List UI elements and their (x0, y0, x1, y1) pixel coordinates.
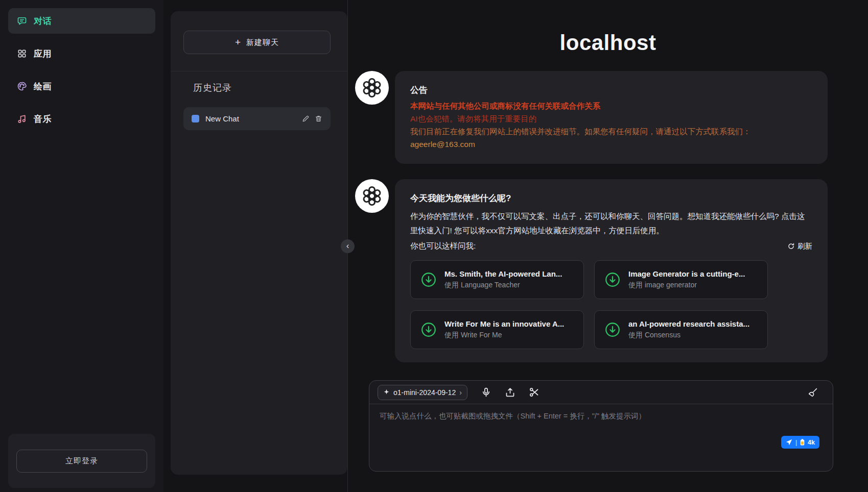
sparkle-icon (383, 389, 390, 396)
suggestion-subtitle: 使用 Language Teacher (444, 281, 562, 290)
circle-arrow-down-icon (604, 271, 621, 288)
scissors-icon[interactable] (529, 387, 539, 398)
send-button[interactable]: | 4k (781, 436, 819, 449)
chat-list-panel: + 新建聊天 历史记录 New Chat (171, 11, 347, 475)
login-panel: 立即登录 (8, 434, 155, 488)
announcement-message: 公告 本网站与任何其他公司或商标没有任何关联或合作关系 AI也会犯错。请勿将其用… (395, 71, 828, 164)
refresh-button[interactable]: 刷新 (787, 241, 812, 251)
announcement-line: AI也会犯错。请勿将其用于重要目的 (410, 112, 812, 125)
suggestion-subtitle: 使用 image generator (628, 281, 745, 290)
chat-list-item[interactable]: New Chat (183, 107, 331, 130)
sidebar-item-apps[interactable]: 应用 (8, 41, 155, 66)
sidebar-item-chat[interactable]: 对话 (8, 8, 155, 34)
sidebar-item-label: 绘画 (34, 81, 52, 92)
app-root: 对话 应用 绘画 (0, 0, 868, 492)
page-title: localhost (348, 31, 868, 55)
chat-bubble-icon (17, 16, 27, 26)
panel-divider (171, 71, 347, 71)
suggestion-card[interactable]: Write For Me is an innovative A... 使用 Wr… (410, 310, 584, 349)
badge-divider: | (795, 439, 797, 446)
delete-icon[interactable] (315, 115, 322, 122)
greeting-message: 今天我能为您做些什么呢? 作为你的智慧伙伴，我不仅可以写文案、出点子，还可以和你… (395, 179, 828, 362)
announcement-line: 我们目前正在修复我们网站上的错误并改进细节。如果您有任何疑问，请通过以下方式联系… (410, 125, 812, 138)
sidebar-item-draw[interactable]: 绘画 (8, 73, 155, 99)
collapse-sidebar-button[interactable]: ‹ (341, 239, 355, 253)
sidebar-item-label: 对话 (34, 15, 52, 27)
microphone-icon[interactable] (481, 387, 491, 398)
assistant-avatar (355, 179, 389, 213)
circle-arrow-down-icon (420, 271, 437, 288)
suggestion-grid: Ms. Smith, the AI-powered Lan... 使用 Lang… (410, 260, 812, 349)
suggestion-title: Ms. Smith, the AI-powered Lan... (444, 269, 562, 278)
composer: o1-mini-2024-09-12 › (369, 380, 833, 472)
model-name: o1-mini-2024-09-12 (393, 388, 456, 397)
upload-icon[interactable] (505, 387, 515, 398)
circle-arrow-down-icon (420, 321, 437, 338)
openai-logo-icon (361, 77, 383, 99)
token-count: 4k (808, 439, 815, 446)
sidebar-item-label: 应用 (34, 48, 52, 60)
announcement-heading: 公告 (410, 84, 812, 96)
suggestion-card[interactable]: an AI-powered research assista... 使用 Con… (594, 310, 768, 349)
composer-toolbar: o1-mini-2024-09-12 › (369, 381, 833, 404)
chat-color-swatch (192, 115, 199, 122)
suggestion-subtitle: 使用 Consensus (628, 331, 749, 340)
battery-icon (800, 439, 805, 446)
message-input[interactable] (380, 411, 819, 447)
suggestion-subtitle: 使用 Write For Me (444, 331, 564, 340)
suggestion-title: an AI-powered research assista... (628, 319, 749, 328)
assistant-avatar (355, 71, 389, 105)
suggestion-title: Image Generator is a cutting-e... (628, 269, 745, 278)
greeting-title: 今天我能为您做些什么呢? (410, 192, 812, 204)
clear-broom-icon[interactable] (807, 387, 818, 398)
contact-email-link[interactable]: ageerle@163.com (410, 138, 475, 151)
suggestion-title: Write For Me is an innovative A... (444, 319, 564, 328)
edit-icon[interactable] (302, 115, 310, 122)
sidebar-item-label: 音乐 (34, 113, 52, 125)
refresh-label: 刷新 (797, 241, 812, 251)
sidebar: 对话 应用 绘画 (0, 0, 163, 492)
new-chat-button[interactable]: + 新建聊天 (183, 31, 331, 54)
sidebar-item-music[interactable]: 音乐 (8, 106, 155, 132)
greeting-body: 作为你的智慧伙伴，我不仅可以写文案、出点子，还可以和你聊天、回答问题。想知道我还… (410, 209, 812, 238)
login-button[interactable]: 立即登录 (16, 450, 147, 473)
model-selector[interactable]: o1-mini-2024-09-12 › (378, 385, 467, 400)
palette-icon (17, 81, 27, 91)
refresh-icon (787, 242, 795, 250)
announcement-line: 本网站与任何其他公司或商标没有任何关联或合作关系 (410, 100, 812, 112)
circle-arrow-down-icon (604, 321, 621, 338)
openai-logo-icon (361, 185, 383, 207)
paper-plane-icon (786, 439, 792, 446)
chevron-right-icon: › (459, 388, 462, 397)
app-grid-icon (17, 48, 27, 59)
ask-hint: 你也可以这样问我: (410, 239, 476, 253)
suggestion-card[interactable]: Ms. Smith, the AI-powered Lan... 使用 Lang… (410, 260, 584, 299)
chat-item-title: New Chat (205, 114, 296, 123)
music-note-icon (17, 114, 27, 124)
plus-icon: + (235, 37, 241, 48)
new-chat-label: 新建聊天 (246, 38, 279, 47)
chat-item-actions (302, 115, 322, 122)
suggestion-card[interactable]: Image Generator is a cutting-e... 使用 ima… (594, 260, 768, 299)
history-heading: 历史记录 (193, 82, 232, 94)
